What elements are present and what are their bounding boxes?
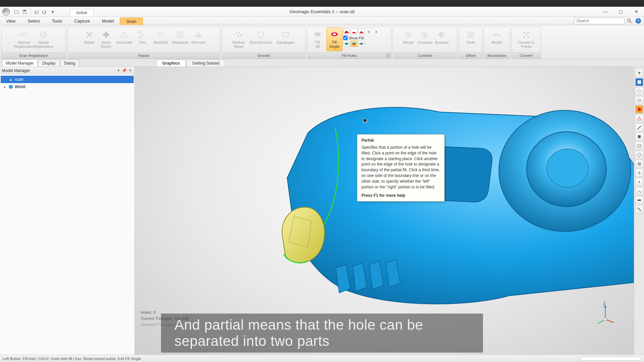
sandpaper-button[interactable]: Sandpaper [275, 28, 297, 51]
fill-flat-icon[interactable] [358, 29, 365, 35]
svg-point-55 [638, 99, 641, 102]
fill-prev-icon[interactable]: ‹ [365, 28, 372, 35]
svg-point-21 [237, 35, 239, 37]
convert-to-points-button[interactable]: Convert to Points [514, 28, 538, 51]
minimize-button[interactable]: — [598, 7, 613, 17]
fill-single-button[interactable]: Fill Single [326, 28, 343, 51]
rt-poly-icon[interactable] [635, 114, 643, 122]
rt-more6-icon[interactable] [635, 196, 643, 204]
tree-item-scan[interactable]: scan [1, 76, 134, 83]
tree-item-world[interactable]: ▸ World [1, 83, 134, 90]
fill-holes-dialog-launcher[interactable]: ↘ [386, 53, 390, 57]
trim-button[interactable]: Trim [134, 28, 151, 51]
svg-point-61 [639, 181, 640, 183]
boolean-button[interactable]: Boolean [434, 28, 450, 51]
menu-tools[interactable]: Tools [46, 17, 68, 25]
svg-line-4 [630, 21, 632, 23]
rt-visible-icon[interactable] [635, 105, 643, 113]
undo-icon[interactable] [33, 8, 40, 15]
svg-rect-14 [103, 34, 109, 36]
app-logo [0, 7, 12, 17]
rt-more4-icon[interactable] [635, 178, 643, 186]
mesh-doctor-button[interactable]: Mesh Doctor [98, 28, 114, 51]
maximize-button[interactable]: ▢ [613, 7, 629, 17]
fill-curvature-icon[interactable] [343, 29, 350, 35]
manual-registration-button[interactable]: Manual Registration [14, 28, 33, 51]
rt-more7-icon[interactable] [635, 205, 643, 213]
delete-button[interactable]: Delete [81, 28, 97, 51]
fill-tangent-icon[interactable] [351, 29, 357, 35]
search-input[interactable] [574, 17, 624, 24]
defeature-button[interactable]: Defeature [171, 28, 190, 51]
fill-all-button[interactable]: Fill All [310, 28, 326, 51]
tab-model-manager[interactable]: Model Manager [2, 60, 37, 67]
fill-partial-icon[interactable] [351, 41, 357, 47]
panel-pin-icon[interactable]: 📌 [122, 68, 127, 73]
open-icon[interactable] [13, 8, 20, 15]
svg-point-19 [236, 33, 237, 34]
redo-icon[interactable] [41, 8, 48, 15]
search-go-icon[interactable] [626, 17, 633, 25]
rt-rect-icon[interactable] [635, 78, 643, 86]
fill-bridge-icon[interactable] [358, 41, 365, 47]
modify-button[interactable]: Modify [489, 28, 505, 51]
rt-more2-icon[interactable] [635, 160, 643, 168]
manifold-button[interactable]: Manifold [151, 28, 170, 51]
caption-overlay: And partial means that the hole can be s… [161, 314, 483, 353]
qat-more-icon[interactable]: ▾ [49, 8, 56, 15]
3d-viewport[interactable]: Z Holes: 9 Current Triangles: 242,538 Se… [135, 67, 634, 355]
view-gizmo[interactable]: Z [595, 304, 615, 324]
panel-close-icon[interactable]: ✕ [128, 68, 132, 73]
merge-button[interactable]: Merge [400, 28, 416, 51]
help-icon[interactable]: ? [635, 17, 642, 25]
rt-more3-icon[interactable] [635, 169, 643, 177]
svg-point-40 [527, 32, 529, 33]
rt-through-icon[interactable] [635, 133, 643, 141]
menu-view[interactable]: View [0, 17, 22, 25]
menu-model[interactable]: Model [96, 17, 120, 25]
shell-button[interactable]: Shell [462, 28, 479, 51]
combine-button[interactable]: Combine [417, 28, 433, 51]
menu-bar: View Select Tools Capture Model Scan ? [0, 17, 644, 25]
decimate-button[interactable]: Decimate [115, 28, 134, 51]
group-boundaries: Boundaries [484, 52, 510, 58]
fill-next-icon[interactable]: › [373, 28, 380, 35]
workspace-tab-active[interactable]: Active [70, 9, 94, 16]
svg-point-32 [408, 33, 412, 37]
tab-graphics[interactable]: Graphics [157, 60, 186, 67]
rt-line-icon[interactable] [635, 123, 643, 132]
svg-point-23 [258, 32, 264, 38]
status-text: Left Button: Fill hole | Ctrl+Z: Undo ho… [3, 357, 141, 361]
reduce-noise-button[interactable]: Reduce Noise [231, 28, 247, 51]
svg-point-3 [627, 19, 630, 22]
panel-dropdown-icon[interactable]: ▾ [116, 68, 121, 73]
rt-more1-icon[interactable] [635, 151, 643, 159]
save-icon[interactable] [21, 8, 28, 15]
svg-point-54 [638, 89, 641, 92]
group-fill-holes: Fill Holes↘ [308, 52, 391, 58]
rt-brush-icon[interactable] [635, 96, 643, 104]
tab-display[interactable]: Display [38, 60, 59, 67]
fill-complete-icon[interactable] [343, 41, 350, 47]
close-button[interactable]: ✕ [629, 7, 644, 17]
svg-point-52 [604, 318, 607, 321]
menu-scan[interactable]: Scan [120, 17, 143, 25]
tab-dialog[interactable]: Dialog [60, 60, 79, 67]
global-registration-button[interactable]: Global Registration [34, 28, 53, 51]
rt-lasso-icon[interactable] [635, 87, 643, 95]
svg-rect-59 [638, 144, 641, 147]
menu-select[interactable]: Select [22, 17, 46, 25]
title-bar: ▾ Active Geomagic Essentials 2 -- scan.s… [0, 7, 644, 17]
rt-select-icon[interactable] [635, 69, 643, 77]
svg-point-25 [314, 32, 321, 36]
model-tree: scan ▸ World [0, 74, 134, 92]
remesh-button[interactable]: Remesh [190, 28, 206, 51]
tab-getting-started[interactable]: Getting Started [187, 60, 225, 67]
svg-rect-2 [24, 10, 26, 11]
rt-more5-icon[interactable] [635, 187, 643, 195]
menu-capture[interactable]: Capture [68, 17, 96, 25]
rt-back-icon[interactable] [635, 142, 643, 150]
svg-point-28 [345, 42, 349, 45]
quicksmooth-button[interactable]: QuickSmooth [248, 28, 274, 51]
show-fill-checkbox[interactable]: Show Fill [343, 36, 380, 40]
